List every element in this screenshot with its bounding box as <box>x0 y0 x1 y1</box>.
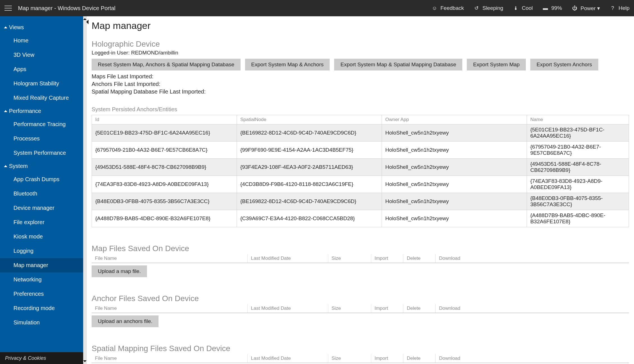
sidebar-item-3d-view[interactable]: 3D View <box>0 48 83 62</box>
sidebar-item-performance-tracing[interactable]: Performance Tracing <box>0 117 83 131</box>
sidebar-item-kiosk-mode[interactable]: Kiosk mode <box>0 229 83 244</box>
col-delete: Delete <box>403 354 436 363</box>
spatial-last-imported: Spatial Mapping Database File Last Impor… <box>92 88 629 95</box>
col-filename: File Name <box>92 354 247 363</box>
cell-id: {67957049-21B0-4A32-B6E7-9E57CB6E8A7C} <box>92 142 237 159</box>
sidebar-item-bluetooth[interactable]: Bluetooth <box>0 186 83 201</box>
caret-icon <box>4 165 7 167</box>
help-link[interactable]: ?Help <box>610 5 630 11</box>
col-download: Download <box>436 304 629 313</box>
cell-owner: HoloShell_cw5n1h2txyewy <box>382 142 527 159</box>
history-icon: ↺ <box>474 5 480 11</box>
cell-name: {74EA3F83-83D8-4923-A8D9-A0BEDE09FA13} <box>527 176 629 193</box>
cell-name: {67957049-21B0-4A32-B6E7-9E57CB6E8A7C} <box>527 142 629 159</box>
cell-name: {49453D51-588E-48F4-8C78-CB627098B9B9} <box>527 159 629 176</box>
cell-owner: HoloShell_cw5n1h2txyewy <box>382 193 527 210</box>
feedback-link[interactable]: ☺Feedback <box>431 5 464 11</box>
cell-spatial: {C39A69C7-E3A4-4120-B822-C068CCA5BD28} <box>237 210 382 227</box>
cell-owner: HoloShell_cw5n1h2txyewy <box>382 124 527 142</box>
upload-map-button[interactable]: Upload a map file. <box>92 265 147 277</box>
export-map-spatial-button[interactable]: Export System Map & Spatial Mapping Data… <box>334 59 462 70</box>
sidebar-item-logging[interactable]: Logging <box>0 244 83 258</box>
sidebar-item-networking[interactable]: Networking <box>0 272 83 287</box>
cell-spatial: {4CD3B8D9-F9B6-4120-8118-882C3A6C19FE} <box>237 176 382 193</box>
maps-last-imported: Maps File Last Imported: <box>92 73 629 80</box>
scroll-up-icon[interactable] <box>83 18 87 20</box>
cell-name: {5E01CE19-BB23-475D-BF1C-6A24AA95EC16} <box>527 124 629 142</box>
scroll-down-icon[interactable] <box>83 360 87 362</box>
main-content: Map manager Holographic Device Logged-in… <box>87 16 634 364</box>
col-owner: Owner App <box>382 115 527 124</box>
export-map-button[interactable]: Export System Map <box>467 59 526 70</box>
power-menu[interactable]: ⏻Power ▾ <box>572 5 600 12</box>
table-row[interactable]: {49453D51-588E-48F4-8C78-CB627098B9B9}{9… <box>92 159 629 176</box>
sleep-label: Sleeping <box>483 5 503 11</box>
col-filename: File Name <box>92 254 247 263</box>
sidebar-item-processes[interactable]: Processes <box>0 131 83 146</box>
sidebar-item-simulation[interactable]: Simulation <box>0 315 83 330</box>
sidebar-item-home[interactable]: Home <box>0 33 83 48</box>
upload-anchors-button[interactable]: Upload an anchors file. <box>92 315 158 327</box>
export-anchors-button[interactable]: Export System Anchors <box>530 59 598 70</box>
sidebar-section-views[interactable]: Views <box>0 21 83 33</box>
sidebar-item-preferences[interactable]: Preferences <box>0 287 83 301</box>
col-import: Import <box>371 354 403 363</box>
sidebar-item-file-explorer[interactable]: File explorer <box>0 215 83 229</box>
anchors-heading: System Persisted Anchors/Entities <box>92 106 629 113</box>
col-download: Download <box>436 254 629 263</box>
col-modified: Last Modified Date <box>247 254 328 263</box>
sidebar-item-app-crash-dumps[interactable]: App Crash Dumps <box>0 172 83 186</box>
anchor-files-table: File Name Last Modified Date Size Import… <box>92 304 629 313</box>
col-spatial: SpatialNode <box>237 115 382 124</box>
col-size: Size <box>328 354 371 363</box>
sidebar-item-system-performance[interactable]: System Performance <box>0 146 83 160</box>
spatial-files-table: File Name Last Modified Date Size Import… <box>92 354 629 363</box>
table-row[interactable]: {B48E0DB3-0FBB-4075-8355-3B56C7A3E3CC}{B… <box>92 193 629 210</box>
hamburger-icon[interactable] <box>4 6 12 11</box>
col-size: Size <box>328 304 371 313</box>
sidebar-item-recording-mode[interactable]: Recording mode <box>0 301 83 315</box>
privacy-cookies-link[interactable]: Privacy & Cookies <box>0 352 83 364</box>
topbar: Map manager - Windows Device Portal ☺Fee… <box>0 0 634 16</box>
cell-spatial: {93F4EA29-108F-4EA3-A0F2-2AB5711AED63} <box>237 159 382 176</box>
feedback-label: Feedback <box>440 5 464 11</box>
anchor-files-heading: Anchor Files Saved On Device <box>92 294 629 303</box>
sidebar-item-mixed-reality-capture[interactable]: Mixed Reality Capture <box>0 91 83 105</box>
help-label: Help <box>619 5 630 11</box>
table-row[interactable]: {A488D7B9-BAB5-4DBC-890E-B32A6FE107E8}{C… <box>92 210 629 227</box>
sleep-status[interactable]: ↺Sleeping <box>474 5 503 11</box>
thermal-status[interactable]: 🌡Cool <box>513 5 533 11</box>
battery-icon: ▬ <box>542 5 549 11</box>
device-heading: Holographic Device <box>92 40 629 49</box>
power-label: Power ▾ <box>581 5 600 12</box>
col-import: Import <box>371 254 403 263</box>
thermometer-icon: 🌡 <box>513 5 519 11</box>
sidebar-section-performance[interactable]: Performance <box>0 105 83 117</box>
caret-icon <box>4 26 7 28</box>
sidebar: ViewsHome3D ViewAppsHologram StabilityMi… <box>0 16 83 364</box>
sidebar-scrollbar[interactable] <box>83 16 87 364</box>
logged-in-user: Logged-in User: REDMOND/ambillin <box>92 50 629 56</box>
col-modified: Last Modified Date <box>247 304 328 313</box>
export-map-anchors-button[interactable]: Export System Map & Anchors <box>245 59 330 70</box>
col-name: Name <box>527 115 629 124</box>
cell-id: {5E01CE19-BB23-475D-BF1C-6A24AA95EC16} <box>92 124 237 142</box>
col-delete: Delete <box>403 304 436 313</box>
table-row[interactable]: {5E01CE19-BB23-475D-BF1C-6A24AA95EC16}{B… <box>92 124 629 142</box>
sidebar-item-map-manager[interactable]: Map manager <box>0 258 83 272</box>
cell-owner: HoloShell_cw5n1h2txyewy <box>382 210 527 227</box>
sidebar-section-system[interactable]: System <box>0 160 83 172</box>
sidebar-item-apps[interactable]: Apps <box>0 62 83 76</box>
sidebar-item-device-manager[interactable]: Device manager <box>0 201 83 215</box>
cell-spatial: {BE169822-8D12-4C6D-9C4D-740AE9CD9C6D} <box>237 124 382 142</box>
cell-spatial: {BE169822-8D12-4C6D-9C4D-740AE9CD9C6D} <box>237 193 382 210</box>
table-row[interactable]: {67957049-21B0-4A32-B6E7-9E57CB6E8A7C}{9… <box>92 142 629 159</box>
sidebar-item-hologram-stability[interactable]: Hologram Stability <box>0 76 83 91</box>
cell-id: {74EA3F83-83D8-4923-A8D9-A0BEDE09FA13} <box>92 176 237 193</box>
battery-status[interactable]: ▬99% <box>542 5 562 11</box>
table-row[interactable]: {74EA3F83-83D8-4923-A8D9-A0BEDE09FA13}{4… <box>92 176 629 193</box>
reset-button[interactable]: Reset System Map, Anchors & Spatial Mapp… <box>92 59 241 70</box>
battery-label: 99% <box>551 5 562 11</box>
thermal-label: Cool <box>522 5 533 11</box>
collapse-sidebar-icon[interactable] <box>87 20 89 24</box>
